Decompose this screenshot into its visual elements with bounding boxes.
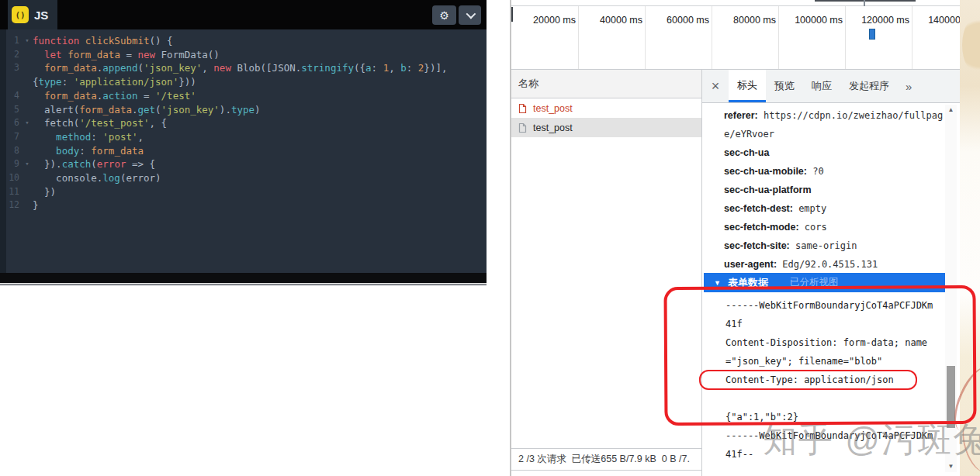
code-line[interactable]: 8 body: form_data <box>0 144 487 158</box>
editor-collapse-button[interactable] <box>459 5 481 25</box>
timeline-tick-label: 140000 ms <box>906 15 960 26</box>
code-line[interactable]: 7 method: 'post', <box>0 130 487 144</box>
request-row[interactable]: test_post <box>511 98 701 118</box>
fold-spacer <box>22 130 33 144</box>
code-line[interactable]: 10 console.log(error) <box>0 171 487 185</box>
red-annotation-content-type-box <box>699 370 917 390</box>
request-rows: test_posttest_post <box>511 98 701 137</box>
fold-spacer <box>22 171 33 185</box>
header-row: referer: https://cdpn.io/zweizhao/fullpa… <box>724 106 946 143</box>
screenshot-root: () JS ⚙ 1▾function clickSubmit() {2 let … <box>0 0 980 476</box>
editor-left-edge <box>0 29 6 273</box>
code-line[interactable]: 3 form_data.append('json_key', new Blob(… <box>0 61 487 75</box>
fold-caret-icon[interactable]: ▾ <box>22 157 33 171</box>
fold-spacer <box>22 48 33 62</box>
code-text: form_data.append('json_key', new Blob([J… <box>33 61 447 75</box>
more-tabs-icon[interactable]: » <box>898 70 919 102</box>
close-icon[interactable]: × <box>702 70 729 102</box>
js-panel-icon: () <box>12 6 29 23</box>
editor-bottom-strip <box>0 273 487 285</box>
fold-spacer <box>22 198 33 212</box>
document-icon <box>518 122 527 133</box>
tab-headers-active[interactable]: 标头 <box>729 70 766 102</box>
panel-gutter <box>487 0 510 476</box>
triangle-down-icon: ▼ <box>714 279 721 287</box>
fold-caret-icon[interactable]: ▾ <box>22 34 33 48</box>
header-row: sec-fetch-site: same-origin <box>724 236 946 255</box>
scroll-down-icon[interactable]: ▼ <box>945 461 957 472</box>
code-text: body: form_data <box>33 144 144 158</box>
code-line[interactable]: 4 form_data.action = '/test' <box>0 89 487 103</box>
code-text: function clickSubmit() { <box>33 34 173 48</box>
request-row[interactable]: test_post <box>511 118 701 137</box>
code-lines[interactable]: 1▾function clickSubmit() {2 let form_dat… <box>0 29 487 273</box>
code-line[interactable]: 11 }) <box>0 185 487 199</box>
gear-icon: ⚙ <box>439 9 449 22</box>
network-summary-bar: 2 /3 次请求 已传送655 B/7.9 kB 0 B /7. <box>511 448 701 471</box>
code-text: {type: 'application/json'})) <box>33 75 196 89</box>
chevron-down-icon <box>466 9 476 19</box>
header-row: sec-ch-ua-mobile: ?0 <box>724 162 946 181</box>
details-tab-bar: × 标头预览响应发起程序» <box>702 70 960 103</box>
code-text: } <box>33 198 39 212</box>
scroll-up-icon[interactable]: ▲ <box>945 105 957 116</box>
timeline-tick-label: 100000 ms <box>773 15 843 26</box>
fold-spacer <box>22 75 33 89</box>
fold-spacer <box>22 89 33 103</box>
tab-detail[interactable]: 响应 <box>803 70 840 102</box>
code-line[interactable]: 2 let form_data = new FormData() <box>0 48 487 62</box>
code-line[interactable]: 9▾ }).catch(error => { <box>0 157 487 171</box>
toolbar-remnant-tick <box>864 0 865 6</box>
request-marker[interactable] <box>869 29 875 40</box>
code-text: form_data.action = '/test' <box>33 89 196 103</box>
js-tab-label: JS <box>34 9 48 22</box>
request-name: test_post <box>533 103 573 114</box>
header-row: sec-ch-ua-platform <box>724 181 946 199</box>
fold-spacer <box>22 185 33 199</box>
code-text: let form_data = new FormData() <box>33 48 220 62</box>
document-icon <box>518 103 527 114</box>
request-name: test_post <box>533 122 573 133</box>
tab-detail[interactable]: 预览 <box>766 70 803 102</box>
request-headers-list: referer: https://cdpn.io/zweizhao/fullpa… <box>724 106 946 274</box>
tab-detail[interactable]: 发起程序 <box>840 70 898 102</box>
toolbar-remnant-line <box>815 0 916 2</box>
code-text: }) <box>33 185 56 199</box>
code-line[interactable]: {type: 'application/json'})) <box>0 75 487 89</box>
timeline-tick-label: 80000 ms <box>706 15 776 26</box>
tab-js[interactable]: () JS <box>8 0 57 29</box>
code-text: method: 'post', <box>33 130 144 144</box>
request-list-name-header[interactable]: 名称 <box>511 70 701 98</box>
code-line[interactable]: 12} <box>0 198 487 212</box>
code-line[interactable]: 5 alert(form_data.get('json_key').type) <box>0 103 487 117</box>
code-text: }).catch(error => { <box>33 157 155 171</box>
header-row: sec-ch-ua <box>724 143 946 162</box>
fold-spacer <box>22 144 33 158</box>
red-annotation-rectangle <box>663 285 976 426</box>
code-text: console.log(error) <box>33 171 161 185</box>
code-text: alert(form_data.get('json_key').type) <box>33 103 261 117</box>
header-row: sec-fetch-mode: cors <box>724 218 946 236</box>
timeline-tick-label: 120000 ms <box>840 15 909 26</box>
fold-spacer <box>22 103 33 117</box>
editor-tab-bar: () JS ⚙ <box>0 0 487 29</box>
timeline-tick-label: 40000 ms <box>573 15 642 26</box>
fold-spacer <box>22 61 33 75</box>
header-row: sec-fetch-dest: empty <box>724 199 946 218</box>
timeline-tick-label: 20000 ms <box>511 15 576 26</box>
code-line[interactable]: 1▾function clickSubmit() { <box>0 34 487 48</box>
fold-caret-icon[interactable]: ▾ <box>22 116 33 130</box>
editor-settings-button[interactable]: ⚙ <box>432 5 456 25</box>
code-line[interactable]: 6▾ fetch('/test_post', { <box>0 116 487 130</box>
network-timeline: 20000 ms40000 ms60000 ms80000 ms100000 m… <box>511 6 960 70</box>
code-text: fetch('/test_post', { <box>33 116 167 130</box>
timeline-tick-label: 60000 ms <box>639 15 709 26</box>
devtools-toolbar-remnant <box>511 0 960 6</box>
header-row: user-agent: Edg/92.0.4515.131 <box>724 255 946 274</box>
code-editor-panel: () JS ⚙ 1▾function clickSubmit() {2 let … <box>0 0 487 285</box>
